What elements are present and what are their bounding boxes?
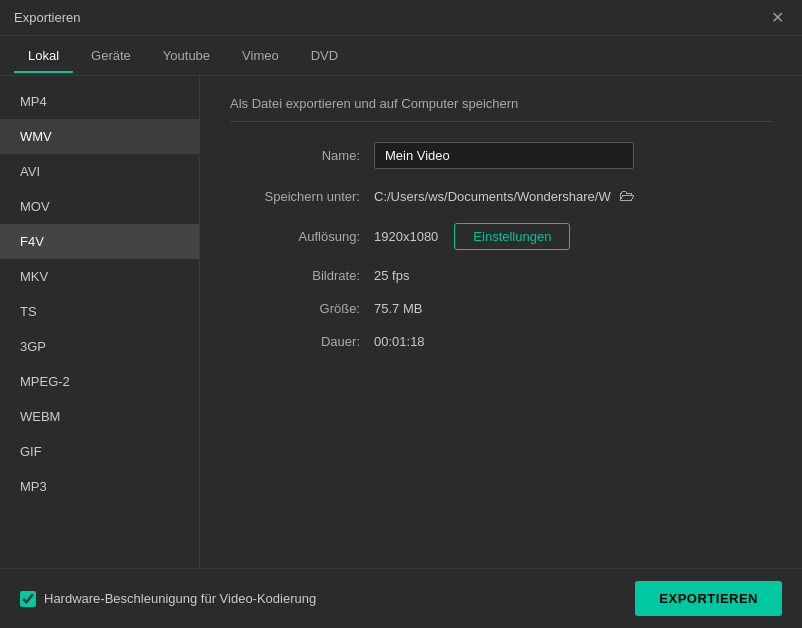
resolution-row: Auflösung: 1920x1080 Einstellungen <box>230 223 772 250</box>
tab-dvd[interactable]: DVD <box>297 40 352 73</box>
main-content: MP4 WMV AVI MOV F4V MKV TS 3GP MPEG-2 WE… <box>0 76 802 568</box>
save-under-label: Speichern unter: <box>230 189 360 204</box>
content-area: Als Datei exportieren und auf Computer s… <box>200 76 802 568</box>
framerate-row: Bildrate: 25 fps <box>230 268 772 283</box>
tab-bar: Lokal Geräte Youtube Vimeo DVD <box>0 36 802 76</box>
hw-accel-label: Hardware-Beschleunigung für Video-Kodier… <box>44 591 316 606</box>
tab-youtube[interactable]: Youtube <box>149 40 224 73</box>
sidebar-item-mp4[interactable]: MP4 <box>0 84 199 119</box>
resolution-value: 1920x1080 <box>374 229 438 244</box>
export-button[interactable]: EXPORTIEREN <box>635 581 782 616</box>
sidebar-item-webm[interactable]: WEBM <box>0 399 199 434</box>
settings-button[interactable]: Einstellungen <box>454 223 570 250</box>
size-row: Größe: 75.7 MB <box>230 301 772 316</box>
sidebar-item-mpeg2[interactable]: MPEG-2 <box>0 364 199 399</box>
section-title: Als Datei exportieren und auf Computer s… <box>230 96 772 122</box>
sidebar-item-mp3[interactable]: MP3 <box>0 469 199 504</box>
name-label: Name: <box>230 148 360 163</box>
sidebar-item-mkv[interactable]: MKV <box>0 259 199 294</box>
duration-label: Dauer: <box>230 334 360 349</box>
sidebar-item-avi[interactable]: AVI <box>0 154 199 189</box>
path-container: C:/Users/ws/Documents/Wondershare/W 🗁 <box>374 187 635 205</box>
tab-vimeo[interactable]: Vimeo <box>228 40 293 73</box>
window-title: Exportieren <box>14 10 80 25</box>
sidebar-item-wmv[interactable]: WMV <box>0 119 199 154</box>
sidebar-item-mov[interactable]: MOV <box>0 189 199 224</box>
save-path-text: C:/Users/ws/Documents/Wondershare/W <box>374 189 611 204</box>
title-bar: Exportieren ✕ <box>0 0 802 36</box>
sidebar-item-ts[interactable]: TS <box>0 294 199 329</box>
duration-value: 00:01:18 <box>374 334 425 349</box>
export-window: Exportieren ✕ Lokal Geräte Youtube Vimeo… <box>0 0 802 628</box>
resolution-container: 1920x1080 Einstellungen <box>374 223 570 250</box>
sidebar-item-f4v[interactable]: F4V <box>0 224 199 259</box>
size-value: 75.7 MB <box>374 301 422 316</box>
sidebar-item-gif[interactable]: GIF <box>0 434 199 469</box>
size-label: Größe: <box>230 301 360 316</box>
hw-accel-checkbox[interactable] <box>20 591 36 607</box>
tab-geraete[interactable]: Geräte <box>77 40 145 73</box>
sidebar-item-3gp[interactable]: 3GP <box>0 329 199 364</box>
tab-lokal[interactable]: Lokal <box>14 40 73 73</box>
framerate-value: 25 fps <box>374 268 409 283</box>
duration-row: Dauer: 00:01:18 <box>230 334 772 349</box>
resolution-label: Auflösung: <box>230 229 360 244</box>
name-row: Name: <box>230 142 772 169</box>
folder-icon[interactable]: 🗁 <box>619 187 635 205</box>
framerate-label: Bildrate: <box>230 268 360 283</box>
footer: Hardware-Beschleunigung für Video-Kodier… <box>0 568 802 628</box>
sidebar: MP4 WMV AVI MOV F4V MKV TS 3GP MPEG-2 WE… <box>0 76 200 568</box>
save-path-row: Speichern unter: C:/Users/ws/Documents/W… <box>230 187 772 205</box>
hw-accel-container: Hardware-Beschleunigung für Video-Kodier… <box>20 591 316 607</box>
name-input[interactable] <box>374 142 634 169</box>
close-button[interactable]: ✕ <box>767 8 788 28</box>
